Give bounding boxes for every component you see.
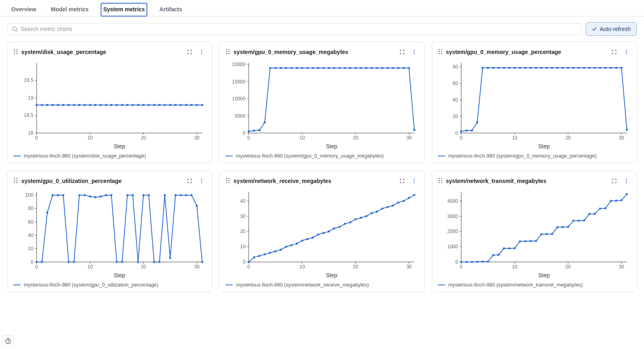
svg-point-167 xyxy=(530,67,532,69)
svg-point-370 xyxy=(610,200,612,202)
svg-point-171 xyxy=(551,67,553,69)
svg-text:2000: 2000 xyxy=(447,229,458,234)
svg-text:0: 0 xyxy=(35,264,38,270)
svg-point-228 xyxy=(89,195,91,197)
chart-menu-button[interactable] xyxy=(622,48,631,56)
svg-point-222 xyxy=(57,194,59,196)
fullscreen-button[interactable] xyxy=(185,48,194,56)
svg-point-129 xyxy=(441,53,442,54)
svg-point-172 xyxy=(556,67,558,69)
drag-handle-icon[interactable] xyxy=(13,49,18,56)
svg-point-124 xyxy=(438,49,440,50)
svg-text:30: 30 xyxy=(619,135,624,141)
svg-point-294 xyxy=(322,232,324,234)
chart-title: system/gpu_0_memory_usage_megabytes xyxy=(233,49,394,55)
tab-overview[interactable]: Overview xyxy=(9,3,39,17)
refresh-timer-button[interactable] xyxy=(2,335,14,347)
chart-menu-button[interactable] xyxy=(622,177,631,185)
svg-point-93 xyxy=(253,129,255,131)
svg-point-163 xyxy=(508,67,510,69)
search-input[interactable] xyxy=(21,26,576,32)
svg-point-59 xyxy=(190,104,192,106)
svg-point-295 xyxy=(328,231,330,233)
svg-point-343 xyxy=(465,261,467,263)
svg-text:10: 10 xyxy=(299,264,305,270)
svg-point-155 xyxy=(465,129,467,131)
chart-card-gpu0_util_pct: system/gpu_0_utilization_percentage02040… xyxy=(7,170,212,292)
svg-point-118 xyxy=(387,67,389,69)
stopwatch-icon xyxy=(4,337,12,345)
svg-point-219 xyxy=(41,261,43,263)
tab-system-metrics[interactable]: System metrics xyxy=(101,3,147,17)
svg-text:80: 80 xyxy=(452,64,458,70)
svg-text:40: 40 xyxy=(452,97,458,103)
fullscreen-button[interactable] xyxy=(185,177,194,185)
chart-menu-button[interactable] xyxy=(410,48,419,56)
svg-point-99 xyxy=(285,67,287,69)
svg-point-231 xyxy=(105,194,107,196)
svg-point-106 xyxy=(322,67,324,69)
svg-text:10000: 10000 xyxy=(232,96,246,102)
fullscreen-button[interactable] xyxy=(398,177,407,185)
svg-point-253 xyxy=(229,180,230,181)
legend-swatch xyxy=(225,156,233,156)
svg-point-190 xyxy=(14,182,15,183)
svg-text:19.5: 19.5 xyxy=(24,77,34,83)
svg-point-0 xyxy=(13,27,17,31)
svg-point-181 xyxy=(604,67,606,69)
svg-point-237 xyxy=(137,261,139,263)
svg-point-346 xyxy=(481,261,483,263)
svg-text:10: 10 xyxy=(87,135,93,141)
svg-point-319 xyxy=(626,181,627,181)
svg-point-247 xyxy=(190,194,192,196)
svg-point-36 xyxy=(68,104,70,106)
svg-text:60: 60 xyxy=(452,81,458,86)
tab-model-metrics[interactable]: Model metrics xyxy=(48,3,91,17)
svg-point-308 xyxy=(397,202,399,204)
svg-text:18: 18 xyxy=(28,130,34,136)
legend-label: mysterious-finch-980 (system/network_tra… xyxy=(448,282,583,288)
svg-point-69 xyxy=(413,52,414,52)
svg-text:10: 10 xyxy=(240,244,246,249)
svg-text:60: 60 xyxy=(28,219,34,225)
svg-point-186 xyxy=(14,178,15,179)
chart-legend: mysterious-finch-980 (system/gpu_0_utili… xyxy=(13,279,206,288)
svg-point-166 xyxy=(524,67,526,69)
svg-text:20: 20 xyxy=(353,135,359,141)
drag-handle-icon[interactable] xyxy=(13,178,18,185)
drag-handle-icon[interactable] xyxy=(225,49,230,56)
svg-point-128 xyxy=(438,53,440,54)
svg-point-191 xyxy=(17,182,18,183)
svg-point-157 xyxy=(476,121,478,123)
chart-menu-button[interactable] xyxy=(197,48,206,56)
svg-point-30 xyxy=(35,104,37,106)
svg-point-229 xyxy=(94,196,96,198)
svg-point-306 xyxy=(387,206,389,208)
auto-refresh-button[interactable]: Auto-refresh xyxy=(586,22,637,36)
chart-menu-button[interactable] xyxy=(197,177,206,185)
svg-point-175 xyxy=(572,67,574,69)
svg-point-50 xyxy=(142,104,144,106)
search-box[interactable] xyxy=(7,23,581,35)
tab-artifacts[interactable]: Artifacts xyxy=(157,3,185,17)
svg-point-60 xyxy=(196,104,198,106)
drag-handle-icon[interactable] xyxy=(438,178,443,185)
svg-point-373 xyxy=(625,193,627,195)
svg-point-117 xyxy=(381,67,383,69)
fullscreen-button[interactable] xyxy=(610,48,619,56)
fullscreen-button[interactable] xyxy=(610,177,619,185)
svg-point-298 xyxy=(344,223,346,225)
svg-point-283 xyxy=(264,253,266,255)
svg-point-168 xyxy=(535,67,537,69)
svg-text:20: 20 xyxy=(28,246,34,251)
svg-point-360 xyxy=(556,226,558,228)
drag-handle-icon[interactable] xyxy=(438,49,443,56)
svg-point-114 xyxy=(365,67,367,69)
svg-point-361 xyxy=(561,226,564,228)
svg-point-311 xyxy=(413,194,415,196)
svg-point-258 xyxy=(413,182,414,183)
fullscreen-button[interactable] xyxy=(398,48,407,56)
drag-handle-icon[interactable] xyxy=(225,178,230,185)
svg-point-52 xyxy=(153,104,155,106)
chart-menu-button[interactable] xyxy=(410,177,419,185)
